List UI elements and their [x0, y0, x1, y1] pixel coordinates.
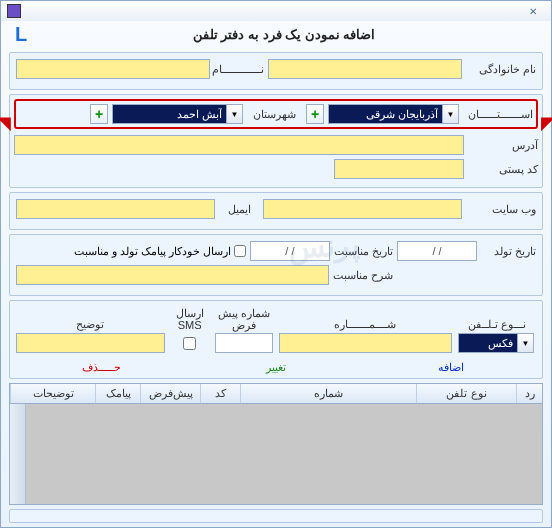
grid-body — [10, 404, 542, 504]
number-label: شــــمـــــــاره — [279, 318, 452, 331]
grid-h-number[interactable]: شماره — [240, 384, 416, 403]
grid-h-row[interactable]: رد — [516, 384, 542, 403]
grid-header: رد نوع تلفن شماره کد پیش‌فرض پیامک توضیح… — [10, 384, 542, 404]
name-panel: نام خانوادگی نـــــــــــــام — [9, 52, 543, 90]
grid-h-desc[interactable]: توضیحات — [10, 384, 95, 403]
firstname-input[interactable] — [16, 59, 210, 79]
city-value[interactable] — [112, 104, 227, 124]
desc-label: توضیح — [16, 318, 165, 331]
phonetype-value[interactable] — [458, 333, 518, 353]
dates-panel: تاریخ تولد / / تاریخ مناسبت / / ارسال خو… — [9, 234, 543, 296]
email-label: ایمیل — [219, 203, 259, 216]
lastname-label: نام خانوادگی — [466, 63, 536, 76]
add-province-button[interactable]: + — [306, 104, 324, 124]
website-input[interactable] — [263, 199, 462, 219]
add-link[interactable]: اضافه — [365, 355, 536, 376]
app-icon — [7, 4, 21, 18]
add-city-button[interactable]: + — [90, 104, 108, 124]
province-label: اســـــــتــــــان — [463, 108, 533, 121]
province-value[interactable] — [328, 104, 443, 124]
website-label: وب سایت — [466, 203, 536, 216]
email-input[interactable] — [16, 199, 215, 219]
phone-panel: نـــوع تـلــفن ▼ شــــمـــــــاره شماره … — [9, 300, 543, 379]
sendsms-label: ارسال SMS — [171, 307, 209, 331]
grid-h-default[interactable]: پیش‌فرض — [140, 384, 200, 403]
phonetype-label: نـــوع تـلــفن — [458, 318, 536, 331]
autosms-label: ارسال خودکار پیامک تولد و مناسبت — [74, 245, 231, 258]
lastname-input[interactable] — [268, 59, 462, 79]
autosms-checkbox[interactable]: ارسال خودکار پیامک تولد و مناسبت — [74, 245, 246, 258]
footer-strip — [9, 509, 543, 523]
number-input[interactable] — [279, 333, 452, 353]
birthdate-label: تاریخ تولد — [481, 245, 536, 258]
eventdate-input[interactable]: / / — [250, 241, 330, 261]
postal-label: کد پستی — [468, 163, 538, 176]
edit-link[interactable]: تغییر — [191, 355, 362, 376]
postal-input[interactable] — [334, 159, 464, 179]
grid-h-type[interactable]: نوع تلفن — [416, 384, 516, 403]
close-icon[interactable]: ✕ — [521, 3, 545, 19]
chevron-down-icon[interactable]: ▼ — [443, 104, 459, 124]
address-input[interactable] — [14, 135, 464, 155]
location-panel: اســـــــتــــــان ▼ + شهرستان ▼ + آدرس — [9, 94, 543, 188]
desc-input[interactable] — [16, 333, 165, 353]
grid-h-sms[interactable]: پیامک — [95, 384, 140, 403]
address-label: آدرس — [468, 139, 538, 152]
chevron-down-icon[interactable]: ▼ — [227, 104, 243, 124]
phonetype-combo[interactable]: ▼ — [458, 333, 536, 353]
prefix-label: شماره پیش فرض — [215, 307, 273, 331]
page-title: اضافه نمودن یک فرد به دفتر تلفن — [27, 27, 541, 42]
province-combo[interactable]: ▼ — [328, 104, 459, 124]
contact-panel: وب سایت ایمیل — [9, 192, 543, 230]
birthdate-input[interactable]: / / — [397, 241, 477, 261]
phone-grid: رد نوع تلفن شماره کد پیش‌فرض پیامک توضیح… — [9, 383, 543, 505]
scrollbar[interactable] — [10, 404, 26, 504]
eventdate-label: تاریخ مناسبت — [334, 245, 393, 258]
highlight-box: اســـــــتــــــان ▼ + شهرستان ▼ + — [14, 99, 538, 129]
delete-link[interactable]: حـــــذف — [16, 355, 187, 376]
autosms-check[interactable] — [234, 245, 246, 257]
titlebar: ✕ — [1, 1, 551, 21]
prefix-input[interactable] — [215, 333, 273, 353]
grid-h-code[interactable]: کد — [200, 384, 240, 403]
city-combo[interactable]: ▼ — [112, 104, 243, 124]
header-l: L — [11, 23, 27, 46]
chevron-down-icon[interactable]: ▼ — [518, 333, 534, 353]
eventdesc-label: شرح مناسبت — [333, 269, 393, 282]
eventdesc-input[interactable] — [16, 265, 329, 285]
sendsms-checkbox[interactable] — [183, 337, 196, 350]
city-label: شهرستان — [247, 108, 302, 121]
firstname-label: نـــــــــــــام — [214, 63, 264, 76]
